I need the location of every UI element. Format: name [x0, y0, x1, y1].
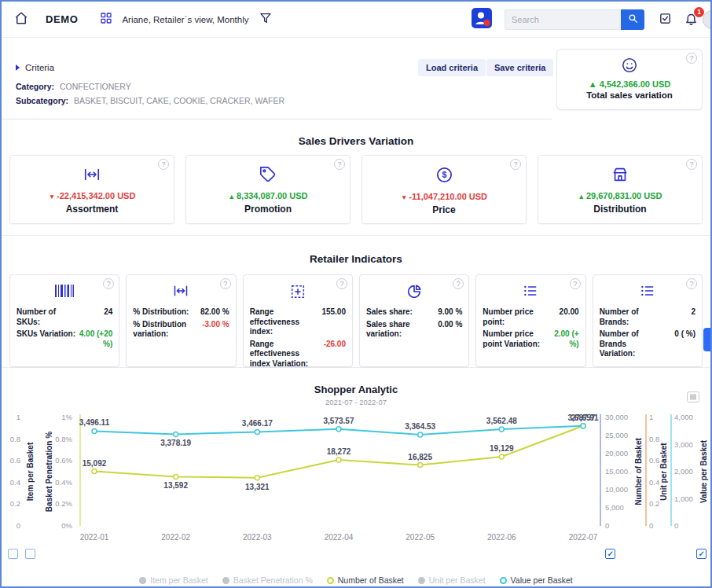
- svg-text:0.6: 0.6: [10, 456, 20, 465]
- help-icon[interactable]: ?: [686, 278, 697, 289]
- sales-driver-card-assortment[interactable]: ? ▼-22,415,342.00 USD Assortment: [9, 155, 174, 224]
- criteria-toggle[interactable]: Criteria: [16, 63, 54, 72]
- subcategory-line: Subcategory: BASKET, BISCUIT, CAKE, COOK…: [16, 96, 284, 105]
- category-value: CONFECTIONERY: [60, 82, 131, 91]
- help-icon[interactable]: ?: [336, 278, 347, 289]
- svg-text:0.8: 0.8: [10, 435, 20, 443]
- indicator-card-distribution[interactable]: ? % Distribution: 82.00 % % Distribution…: [126, 274, 236, 367]
- indicator-card-range-effectiveness[interactable]: ? Range effectiveness index: 155.00 Rang…: [243, 274, 353, 367]
- svg-text:2,000: 2,000: [674, 467, 693, 476]
- indicator-card-skus[interactable]: ? Number of SKUs: 24 SKUs Variation: 4.0…: [9, 274, 119, 367]
- help-icon[interactable]: ?: [570, 278, 581, 289]
- pie-chart-icon: [366, 283, 462, 303]
- search-input[interactable]: [505, 9, 621, 30]
- chart-title: Shopper Analytic: [2, 384, 710, 395]
- sales-driver-card-price[interactable]: ? $ ▼-11,047,210.00 USD Price: [362, 155, 527, 224]
- search-icon: [628, 13, 638, 26]
- help-icon[interactable]: ?: [334, 159, 345, 170]
- axis-checkbox-item-per-basket[interactable]: [8, 549, 18, 559]
- axis-checkbox-basket-penetration[interactable]: [25, 549, 35, 559]
- svg-text:0: 0: [17, 521, 20, 530]
- grid-icon: [100, 12, 112, 28]
- indicator-label: Sales share:: [366, 307, 413, 318]
- subcategory-value: BASKET, BISCUIT, CAKE, COOKIE, CRACKER, …: [74, 96, 284, 105]
- axis-checkbox-number-of-basket[interactable]: [605, 549, 615, 559]
- svg-text:3,496.11: 3,496.11: [79, 418, 110, 427]
- legend-value-per-basket[interactable]: Value per Basket: [500, 575, 573, 585]
- sales-driver-label: Price: [362, 204, 526, 215]
- search-bar: [505, 9, 644, 30]
- indicator-value: 24: [104, 307, 112, 318]
- criteria-divider: [2, 119, 552, 119]
- chart-menu-button[interactable]: [687, 391, 699, 405]
- trend-up-icon: ▲: [578, 193, 584, 200]
- legend-dot-icon: [327, 577, 334, 584]
- legend-item-per-basket[interactable]: Item per Basket: [139, 575, 208, 585]
- home-button[interactable]: [13, 9, 30, 29]
- svg-text:0.4: 0.4: [10, 478, 20, 487]
- svg-text:5,000: 5,000: [605, 503, 624, 512]
- load-criteria-button[interactable]: Load criteria: [418, 59, 486, 76]
- indicator-value: 4.00 (+20 %): [79, 329, 113, 349]
- svg-text:3,378.19: 3,378.19: [160, 439, 191, 447]
- indicator-card-price-points[interactable]: ? Number price point: 20.00 Number price…: [475, 274, 585, 367]
- arrows-between-bars-icon: [133, 283, 229, 303]
- current-view-label[interactable]: Ariane, Retailer´s view, Monthly: [122, 15, 248, 24]
- legend-unit-per-basket[interactable]: Unit per Basket: [418, 575, 486, 585]
- help-icon[interactable]: ?: [686, 53, 697, 64]
- avatar[interactable]: [703, 10, 712, 29]
- svg-text:0: 0: [674, 521, 678, 530]
- sales-driver-card-distribution[interactable]: ? ▲29,670,831.00 USD Distribution: [538, 155, 703, 224]
- svg-text:0: 0: [649, 521, 653, 530]
- axis-checkbox-value-per-basket[interactable]: [696, 549, 706, 559]
- side-panel-tab[interactable]: [703, 328, 710, 351]
- assortment-icon: [10, 166, 174, 186]
- criteria-section: Criteria Category: CONFECTIONERY Subcate…: [2, 38, 710, 119]
- sales-drivers-title: Sales Drivers Variation: [2, 135, 710, 147]
- tasks-button[interactable]: [657, 10, 673, 29]
- indicator-label: Range effectiveness index:: [250, 307, 311, 337]
- dollar-circle-icon: $: [362, 166, 526, 187]
- indicator-label: Number of Brands:: [600, 307, 661, 327]
- indicator-card-brands[interactable]: ? Number of Brands: 2 Number of Brands V…: [593, 274, 703, 367]
- indicator-value: 0 ( %): [674, 329, 695, 340]
- retail-analytics-dashboard: { "ui": { "help": "?" }, "topbar": { "br…: [0, 0, 712, 588]
- svg-text:30,000: 30,000: [605, 413, 628, 421]
- legend-label: Unit per Basket: [429, 575, 486, 585]
- sales-driver-card-promotion[interactable]: ? ▲8,334,087.00 USD Promotion: [185, 155, 350, 224]
- filter-button[interactable]: [258, 10, 273, 28]
- retailer-indicators-section: Retailer Indicators ? Number of SKUs: 24…: [2, 236, 710, 368]
- help-icon[interactable]: ?: [510, 159, 521, 170]
- indicator-row: % Distribution variation: -3.00 %: [133, 320, 229, 340]
- indicator-label: Number of Brands Variation:: [600, 329, 661, 359]
- help-icon[interactable]: ?: [220, 278, 231, 289]
- save-criteria-button[interactable]: Save criteria: [486, 59, 553, 76]
- sales-driver-label: Assortment: [10, 204, 174, 215]
- indicator-value: 2.00 (+ %): [545, 329, 579, 349]
- total-sales-variation-card: ? ▲ 4,542,366.00 USD Total sales variati…: [556, 49, 703, 110]
- sales-driver-label: Promotion: [186, 204, 350, 215]
- svg-text:2022-06: 2022-06: [487, 533, 516, 542]
- indicator-row: Number of Brands: 2: [600, 307, 695, 327]
- barcode-icon: [17, 283, 112, 303]
- svg-text:0.6%: 0.6%: [55, 456, 72, 465]
- criteria-expand-icon: [16, 64, 20, 71]
- search-button[interactable]: [621, 9, 644, 30]
- indicator-card-sales-share[interactable]: ? Sales share: 9.00 % Sales share variat…: [359, 274, 469, 367]
- help-icon[interactable]: ?: [158, 159, 169, 170]
- svg-text:15,000: 15,000: [605, 467, 628, 476]
- indicator-value: 20.00: [560, 307, 579, 318]
- range-crosshair-icon: [250, 283, 346, 303]
- legend-basket-penetration-[interactable]: Basket Penetration %: [222, 575, 313, 585]
- shopper-analytic-chart[interactable]: 10.80.60.40.20Item per Basket1%0.8%0.6%0…: [2, 410, 712, 556]
- smiley-face-icon: [621, 63, 638, 76]
- indicator-row: % Distribution: 82.00 %: [133, 307, 229, 318]
- svg-text:Unit per Basket: Unit per Basket: [659, 443, 668, 501]
- total-sales-label: Total sales variation: [557, 90, 702, 100]
- help-icon[interactable]: ?: [686, 159, 697, 170]
- legend-number-of-basket[interactable]: Number of Basket: [327, 575, 404, 585]
- sales-driver-value: ▼-11,047,210.00 USD: [362, 192, 526, 201]
- indicator-value: 155.00: [321, 307, 346, 318]
- notifications-button[interactable]: 1: [683, 10, 699, 29]
- chart-subtitle: 2021-07 - 2022-07: [2, 398, 710, 406]
